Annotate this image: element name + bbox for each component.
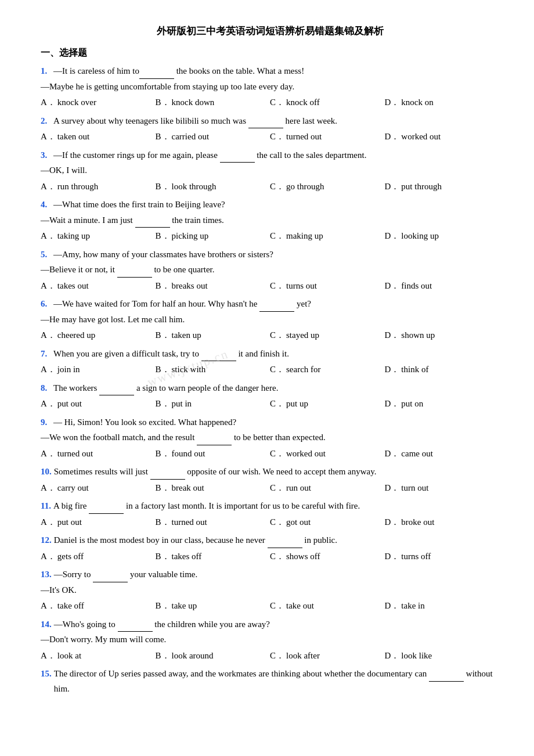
option-letter: C． bbox=[270, 599, 284, 614]
page-title: 外研版初三中考英语动词短语辨析易错题集锦及解析 bbox=[41, 23, 499, 40]
option-letter: A． bbox=[41, 549, 56, 564]
blank bbox=[118, 623, 153, 632]
option-letter: B． bbox=[156, 599, 170, 614]
option-1-0: A．knock over bbox=[41, 95, 156, 110]
option-text: knock on bbox=[401, 95, 433, 110]
option-text: finds out bbox=[401, 279, 432, 294]
option-letter: A． bbox=[41, 649, 56, 664]
option-letter: C． bbox=[270, 447, 284, 462]
q-text-9: — Hi, Simon! You look so excited. What h… bbox=[53, 415, 499, 430]
option-text: shows off bbox=[286, 549, 320, 564]
option-letter: A． bbox=[41, 515, 56, 530]
question-13: 13.—Sorry to your valuable time.—It's OK… bbox=[41, 567, 499, 614]
blank bbox=[259, 303, 294, 312]
option-9-0: A．turned out bbox=[41, 447, 156, 462]
option-2-1: B．carried out bbox=[156, 129, 270, 145]
options-row-7: A．join inB．stick withC．search forD．think… bbox=[41, 362, 499, 377]
option-text: put in bbox=[172, 397, 192, 412]
option-text: got out bbox=[286, 515, 311, 530]
options-row-3: A．run throughB．look throughC．go throughD… bbox=[41, 179, 499, 195]
option-2-2: C．turned out bbox=[270, 129, 385, 145]
option-letter: B． bbox=[156, 481, 170, 496]
option-letter: D． bbox=[385, 95, 400, 110]
question-5: 5.—Amy, how many of your classmates have… bbox=[41, 247, 499, 294]
question-line-5-1: —Believe it or not, it to be one quarter… bbox=[41, 262, 499, 278]
option-text: take off bbox=[57, 599, 84, 614]
option-letter: C． bbox=[270, 95, 284, 110]
option-12-2: C．shows off bbox=[270, 549, 385, 564]
q-num-1: 1. bbox=[41, 64, 51, 79]
option-8-2: C．put up bbox=[270, 397, 385, 412]
option-letter: C． bbox=[270, 649, 284, 664]
option-letter: B． bbox=[156, 549, 170, 564]
option-letter: C． bbox=[270, 362, 284, 377]
option-10-2: C．run out bbox=[270, 481, 385, 496]
option-text: broke out bbox=[401, 515, 434, 530]
option-11-0: A．put out bbox=[41, 515, 156, 530]
option-4-1: B．picking up bbox=[156, 229, 270, 244]
option-letter: C． bbox=[270, 397, 284, 412]
option-letter: A． bbox=[41, 362, 56, 377]
q-num-14: 14. bbox=[41, 617, 52, 632]
option-text: shown up bbox=[401, 328, 435, 343]
question-line-9-1: —We won the football match, and the resu… bbox=[41, 430, 499, 445]
option-text: run through bbox=[57, 179, 98, 195]
blank bbox=[150, 471, 185, 480]
option-5-3: D．finds out bbox=[385, 279, 500, 294]
option-12-3: D．turns off bbox=[385, 549, 500, 564]
q-num-15: 15. bbox=[41, 667, 52, 682]
option-11-2: C．got out bbox=[270, 515, 385, 530]
q-text-7: When you are given a difficult task, try… bbox=[53, 347, 499, 362]
option-letter: A． bbox=[41, 95, 56, 110]
options-row-4: A．taking upB．picking upC．making upD．look… bbox=[41, 229, 499, 244]
option-3-0: A．run through bbox=[41, 179, 156, 195]
question-15: 15.The director of Up series passed away… bbox=[41, 667, 499, 696]
option-9-2: C．worked out bbox=[270, 447, 385, 462]
q-num-3: 3. bbox=[41, 148, 51, 163]
option-letter: D． bbox=[385, 279, 400, 294]
option-text: turned out bbox=[172, 515, 207, 530]
option-text: turned out bbox=[57, 447, 93, 462]
option-letter: D． bbox=[385, 649, 400, 664]
question-2: 2.A survey about why teenagers like bili… bbox=[41, 114, 499, 145]
options-row-12: A．gets offB．takes offC．shows offD．turns … bbox=[41, 549, 499, 564]
option-10-0: A．carry out bbox=[41, 481, 156, 496]
option-letter: B． bbox=[156, 229, 170, 244]
question-line-13-0: 13.—Sorry to your valuable time. bbox=[41, 567, 499, 582]
option-8-3: D．put on bbox=[385, 397, 500, 412]
option-3-2: C．go through bbox=[270, 179, 385, 195]
option-letter: C． bbox=[270, 515, 284, 530]
question-line-2-0: 2.A survey about why teenagers like bili… bbox=[41, 114, 499, 129]
option-letter: B． bbox=[156, 397, 170, 412]
q-text-6: —We have waited for Tom for half an hour… bbox=[53, 297, 499, 312]
questions-container: 1.—It is careless of him to the books on… bbox=[41, 64, 499, 696]
q-text-12: Daniel is the most modest boy in our cla… bbox=[54, 533, 499, 548]
q-text-10: Sometimes results will just opposite of … bbox=[54, 465, 499, 480]
option-text: breaks out bbox=[172, 279, 208, 294]
question-line-6-0: 6.—We have waited for Tom for half an ho… bbox=[41, 297, 499, 312]
option-text: look through bbox=[172, 179, 217, 195]
blank bbox=[139, 70, 174, 79]
option-text: carried out bbox=[172, 129, 210, 145]
option-text: picking up bbox=[172, 229, 209, 244]
question-line-8-0: 8.The workers a sign to warn people of t… bbox=[41, 381, 499, 396]
option-13-3: D．take in bbox=[385, 599, 500, 614]
option-letter: D． bbox=[385, 362, 400, 377]
q-num-7: 7. bbox=[41, 347, 51, 362]
question-12: 12.Daniel is the most modest boy in our … bbox=[41, 533, 499, 564]
option-7-0: A．join in bbox=[41, 362, 156, 377]
q-text-4: —What time does the first train to Beiji… bbox=[53, 197, 499, 213]
option-13-0: A．take off bbox=[41, 599, 156, 614]
option-text: knock over bbox=[57, 95, 96, 110]
question-9: 9.— Hi, Simon! You look so excited. What… bbox=[41, 415, 499, 462]
question-14: 14.—Who's going to the children while yo… bbox=[41, 617, 499, 664]
q-num-5: 5. bbox=[41, 247, 51, 262]
option-1-1: B．knock down bbox=[156, 95, 270, 110]
option-letter: D． bbox=[385, 549, 400, 564]
option-letter: A． bbox=[41, 229, 56, 244]
q-text-14: —Who's going to the children while you a… bbox=[54, 617, 499, 632]
option-text: run out bbox=[286, 481, 311, 496]
option-letter: C． bbox=[270, 328, 284, 343]
option-letter: D． bbox=[385, 179, 400, 195]
option-10-1: B．break out bbox=[156, 481, 270, 496]
